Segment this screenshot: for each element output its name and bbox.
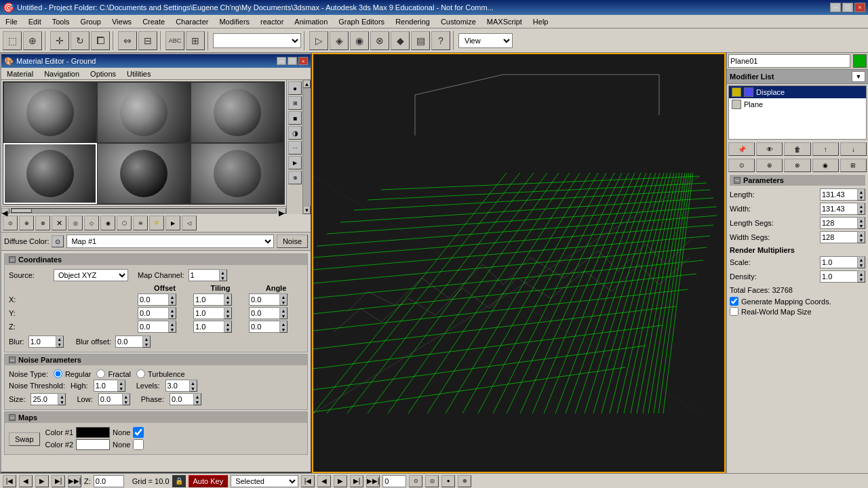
- mat-tb-put[interactable]: ⊕: [19, 216, 34, 230]
- maps-header[interactable]: ─ Maps: [5, 412, 307, 423]
- toolbar-move-btn[interactable]: ✛: [50, 31, 69, 50]
- y-tiling-field[interactable]: [193, 307, 224, 319]
- mat-sphere-mode-btn[interactable]: ●: [288, 81, 302, 95]
- levels-field[interactable]: [165, 380, 189, 392]
- play-btn[interactable]: ▶: [35, 475, 49, 487]
- toolbar-text-btn[interactable]: ABC: [165, 31, 184, 50]
- z-angle-spin[interactable]: ▲▼: [279, 321, 288, 333]
- blur-offset-field[interactable]: [115, 336, 142, 348]
- real-world-check[interactable]: [730, 307, 738, 316]
- z-angle-field[interactable]: [249, 321, 279, 333]
- menu-animation[interactable]: Animation: [289, 16, 333, 27]
- maximize-button[interactable]: □: [842, 3, 853, 12]
- width-spin[interactable]: ▲ ▼: [857, 203, 865, 215]
- z-offset-spin[interactable]: ▲▼: [168, 321, 176, 333]
- high-field[interactable]: [94, 380, 117, 392]
- menu-character[interactable]: Character: [170, 16, 214, 27]
- color2-map-check[interactable]: [133, 439, 144, 450]
- anim-next-key-btn[interactable]: ▶|: [350, 475, 363, 487]
- vscroll-down-btn[interactable]: ▼: [303, 206, 311, 214]
- length-segs-input[interactable]: [820, 217, 857, 229]
- object-name-input[interactable]: [728, 54, 850, 68]
- low-spin[interactable]: ▲▼: [122, 393, 130, 405]
- mat-tb-effects[interactable]: ⬡: [117, 216, 132, 230]
- mat-close-btn[interactable]: ×: [298, 57, 308, 65]
- toolbar-light-btn[interactable]: ⊗: [370, 31, 389, 50]
- anim-start-btn[interactable]: |◀: [301, 475, 315, 487]
- z-tiling-spin[interactable]: ▲▼: [224, 321, 232, 333]
- play-start-btn[interactable]: |◀: [3, 475, 16, 487]
- color2-swatch[interactable]: [76, 439, 110, 450]
- z-tiling-field[interactable]: [193, 321, 224, 333]
- eyedropper-btn[interactable]: ⊙: [52, 235, 64, 247]
- x-angle-field[interactable]: [249, 293, 279, 306]
- phase-spin[interactable]: ▲▼: [193, 393, 201, 405]
- noise-btn[interactable]: Noise: [277, 235, 308, 248]
- mat-magnet-btn[interactable]: ⊕: [288, 171, 302, 184]
- material-sphere-4[interactable]: [3, 143, 97, 204]
- anim-btn-c[interactable]: ●: [441, 475, 455, 487]
- mod-btn-e[interactable]: ⊞: [840, 159, 867, 172]
- width-segs-spin[interactable]: ▲ ▼: [857, 231, 865, 243]
- high-spin[interactable]: ▲▼: [117, 380, 125, 392]
- levels-spin[interactable]: ▲▼: [189, 380, 197, 392]
- toolbar-select2-btn[interactable]: ⊕: [23, 31, 42, 50]
- mod-btn-c[interactable]: ⊗: [784, 159, 810, 172]
- mat-tb-show[interactable]: ◉: [100, 216, 115, 230]
- minimize-button[interactable]: ─: [830, 3, 841, 12]
- menu-reactor[interactable]: reactor: [255, 16, 289, 27]
- x-tiling-field[interactable]: [193, 293, 224, 306]
- auto-key-btn[interactable]: Auto Key: [189, 475, 229, 487]
- mat-tb-bump[interactable]: ≋: [133, 216, 148, 230]
- color1-swatch[interactable]: [76, 427, 110, 438]
- scale-input[interactable]: [820, 256, 857, 268]
- noise-turbulence-radio[interactable]: [136, 369, 145, 378]
- lock-icon[interactable]: 🔒: [172, 475, 186, 487]
- size-spin[interactable]: ▲▼: [58, 393, 66, 405]
- material-sphere-5[interactable]: [97, 143, 191, 204]
- vscroll-up-btn[interactable]: ▲: [303, 80, 311, 88]
- toolbar-mat-btn[interactable]: ◉: [350, 31, 369, 50]
- mod-show-btn[interactable]: 👁: [756, 142, 783, 156]
- mat-menu-navigation[interactable]: Navigation: [39, 69, 85, 79]
- coordinates-toggle[interactable]: ─: [9, 256, 16, 263]
- mat-vscroll[interactable]: ▲ ▼: [302, 80, 311, 214]
- noise-params-toggle[interactable]: ─: [9, 357, 16, 363]
- material-sphere-3[interactable]: [191, 82, 284, 143]
- mat-backlight-btn[interactable]: ◑: [288, 126, 302, 140]
- mod-pin-btn[interactable]: 📌: [728, 142, 755, 156]
- anim-btn-a[interactable]: ⊙: [409, 475, 422, 487]
- low-field[interactable]: [98, 393, 122, 405]
- menu-rendering[interactable]: Rendering: [390, 16, 435, 27]
- length-spin[interactable]: ▲ ▼: [857, 188, 865, 201]
- mat-tb-next[interactable]: ▶: [165, 216, 180, 230]
- modifier-displace[interactable]: Displace: [729, 86, 866, 98]
- mod-btn-a[interactable]: ⊙: [728, 159, 755, 172]
- menu-customize[interactable]: Customize: [435, 16, 481, 27]
- mat-menu-material[interactable]: Material: [1, 69, 39, 79]
- mod-move-up-btn[interactable]: ↑: [812, 142, 839, 156]
- menu-group[interactable]: Group: [75, 16, 106, 27]
- toolbar-render-btn[interactable]: ▷: [309, 31, 328, 50]
- mat-maximize-btn[interactable]: □: [288, 57, 297, 65]
- swap-button[interactable]: Swap: [9, 432, 40, 446]
- blur-field[interactable]: [28, 336, 56, 348]
- width-input[interactable]: [820, 203, 857, 215]
- noise-params-header[interactable]: ─ Noise Parameters: [5, 354, 307, 365]
- density-spin[interactable]: ▲ ▼: [857, 270, 865, 283]
- hscroll-left-btn[interactable]: ◀: [1, 208, 9, 214]
- noise-fractal-radio[interactable]: [96, 369, 105, 378]
- mat-flat-btn[interactable]: ■: [288, 111, 302, 125]
- x-tiling-spin[interactable]: ▲▼: [224, 293, 232, 306]
- toolbar-cam-btn[interactable]: ◆: [391, 31, 410, 50]
- length-input[interactable]: [820, 188, 857, 201]
- menu-views[interactable]: Views: [106, 16, 137, 27]
- mat-menu-utilities[interactable]: Utilities: [121, 69, 156, 79]
- map-channel-spin-down[interactable]: ▼: [220, 275, 226, 281]
- mat-tb-copy[interactable]: ◎: [68, 216, 83, 230]
- toolbar-mirror-btn[interactable]: ⇔: [118, 31, 137, 50]
- hscroll-right-btn[interactable]: ▶: [278, 208, 286, 214]
- mod-btn-b[interactable]: ⊕: [756, 159, 783, 172]
- toolbar-rotate-btn[interactable]: ↻: [71, 31, 90, 50]
- play-next-btn[interactable]: ▶|: [52, 475, 65, 487]
